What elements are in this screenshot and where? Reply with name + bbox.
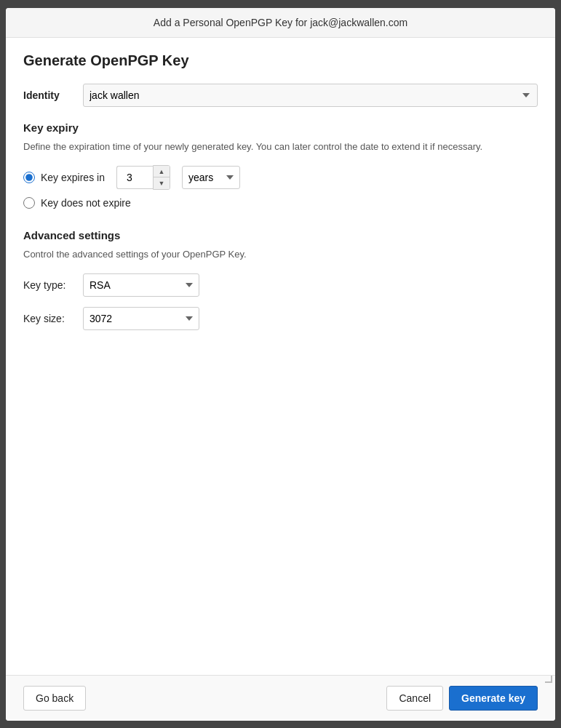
dialog-footer: Go back Cancel Generate key xyxy=(6,675,555,721)
spinner-buttons: ▲ ▼ xyxy=(153,165,170,190)
expiry-radio-group: Key expires in ▲ ▼ years months days xyxy=(23,165,538,209)
key-expiry-section: Key expiry Define the expiration time of… xyxy=(23,121,538,209)
expires-in-radio[interactable] xyxy=(23,172,35,183)
key-type-row: Key type: RSA DSA ECDSA EdDSA xyxy=(23,273,538,297)
expires-in-row: Key expires in ▲ ▼ years months days xyxy=(23,165,538,190)
footer-right-buttons: Cancel Generate key xyxy=(386,686,538,711)
key-type-label: Key type: xyxy=(23,279,74,291)
dialog-overlay: Add a Personal OpenPGP Key for jack@jack… xyxy=(0,0,561,728)
identity-field-row: Identity jack wallen xyxy=(23,84,538,107)
expires-unit-select[interactable]: years months days xyxy=(182,166,240,189)
key-type-select[interactable]: RSA DSA ECDSA EdDSA xyxy=(83,273,199,297)
key-size-label: Key size: xyxy=(23,313,74,324)
spinner-group: ▲ ▼ xyxy=(116,165,170,190)
dialog-title: Add a Personal OpenPGP Key for jack@jack… xyxy=(154,17,407,28)
resize-handle[interactable] xyxy=(545,676,552,683)
expires-value-input[interactable] xyxy=(116,166,153,189)
identity-select[interactable]: jack wallen xyxy=(83,84,538,107)
spinner-up-button[interactable]: ▲ xyxy=(154,166,170,177)
key-size-select[interactable]: 1024 2048 3072 4096 xyxy=(83,307,199,330)
cancel-button[interactable]: Cancel xyxy=(386,686,443,711)
identity-label: Identity xyxy=(23,89,74,101)
key-size-row: Key size: 1024 2048 3072 4096 xyxy=(23,307,538,330)
key-expiry-heading: Key expiry xyxy=(23,121,538,134)
no-expire-label[interactable]: Key does not expire xyxy=(41,197,131,209)
generate-key-button[interactable]: Generate key xyxy=(449,686,538,711)
dialog-content: Generate OpenPGP Key Identity jack walle… xyxy=(6,38,555,675)
dialog: Add a Personal OpenPGP Key for jack@jack… xyxy=(6,8,555,721)
advanced-settings-heading: Advanced settings xyxy=(23,229,538,241)
advanced-settings-section: Advanced settings Control the advanced s… xyxy=(23,229,538,330)
expires-in-label[interactable]: Key expires in xyxy=(41,172,105,183)
page-heading: Generate OpenPGP Key xyxy=(23,52,538,69)
go-back-button[interactable]: Go back xyxy=(23,686,86,711)
advanced-settings-description: Control the advanced settings of your Op… xyxy=(23,247,538,262)
no-expire-radio[interactable] xyxy=(23,197,35,209)
key-expiry-description: Define the expiration time of your newly… xyxy=(23,140,538,154)
dialog-title-bar: Add a Personal OpenPGP Key for jack@jack… xyxy=(6,8,555,38)
no-expire-row: Key does not expire xyxy=(23,197,538,209)
spinner-down-button[interactable]: ▼ xyxy=(154,177,170,189)
